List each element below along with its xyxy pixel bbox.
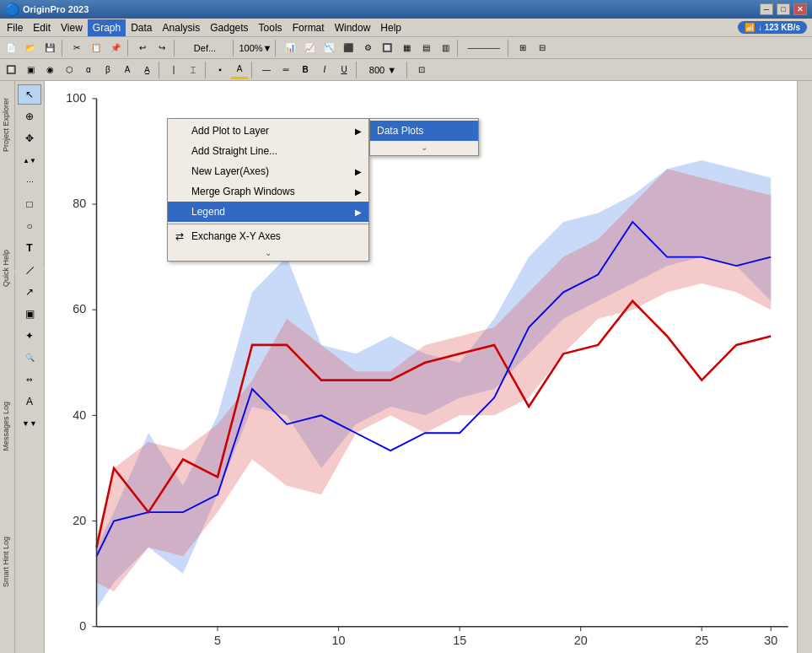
tb2-btn9[interactable]: | (164, 61, 183, 79)
menu-help[interactable]: Help (375, 19, 406, 36)
tb2-underline[interactable]: U (335, 61, 353, 79)
copy-button[interactable]: 📋 (87, 39, 105, 57)
sep5 (275, 40, 278, 57)
graph-btn2[interactable]: 📈 (300, 39, 319, 57)
tool-region[interactable]: ▣ (18, 304, 41, 324)
smart-hint-log-label: Smart Hint Log (2, 537, 10, 587)
tb2-btn5[interactable]: α (79, 61, 98, 79)
menu-item-legend[interactable]: Legend ▶ (168, 202, 368, 222)
tb2-size-field[interactable]: 800 ▼ (362, 61, 404, 79)
submenu-item-data-plots[interactable]: Data Plots (370, 121, 478, 141)
menu-data[interactable]: Data (126, 19, 157, 36)
menu-file[interactable]: File (2, 19, 28, 36)
tb2-italic[interactable]: I (315, 61, 334, 79)
y-label-20: 20 (73, 514, 86, 527)
add-straight-label: Add Straight Line... (191, 145, 277, 157)
fit-btn[interactable]: ────── (463, 39, 505, 57)
titlebar: 🔵 OriginPro 2023 ─ □ ✕ (0, 0, 812, 19)
menu-item-new-layer[interactable]: New Layer(Axes) ▶ (168, 161, 368, 181)
menu-format[interactable]: Format (288, 19, 330, 36)
menu-graph[interactable]: Graph (88, 19, 126, 36)
tool-graph-nav[interactable]: ⇔ (18, 370, 41, 390)
tb2-line1[interactable]: — (257, 61, 276, 79)
merge-label: Merge Graph Windows (191, 186, 295, 197)
network-speed-text: ↓ 123 KB/s (758, 23, 800, 32)
paste-button[interactable]: 📌 (106, 39, 125, 57)
menu-item-merge[interactable]: Merge Graph Windows ▶ (168, 181, 368, 202)
menu-window[interactable]: Window (330, 19, 376, 36)
right-scrollbar[interactable] (799, 81, 812, 653)
menu-gadgets[interactable]: Gadgets (205, 19, 253, 36)
app-title: OriginPro 2023 (23, 4, 89, 14)
graph-btn6[interactable]: 🔲 (378, 39, 396, 57)
tb2-btn1[interactable]: 🔲 (2, 61, 20, 79)
graph-btn4[interactable]: ⬛ (339, 39, 358, 57)
graph-btn8[interactable]: ▤ (417, 39, 435, 57)
x-label-15: 15 (453, 633, 466, 646)
graph-btn5[interactable]: ⚙ (358, 39, 377, 57)
network-speed-badge: 📶 ↓ 123 KB/s (738, 21, 807, 34)
exchange-label: Exchange X-Y Axes (191, 230, 281, 242)
menu-tools[interactable]: Tools (254, 19, 288, 36)
graph-btn9[interactable]: ▥ (436, 39, 454, 57)
app-icon: 🔵 (5, 3, 19, 16)
open-button[interactable]: 📂 (21, 39, 40, 57)
tool-arrow[interactable]: ↗ (18, 282, 41, 302)
graph-btn1[interactable]: 📊 (281, 39, 299, 57)
cut-button[interactable]: ✂ (67, 39, 86, 57)
menu-edit[interactable]: Edit (28, 19, 56, 36)
tb2-btn8[interactable]: A̲ (137, 61, 156, 79)
close-button[interactable]: ✕ (793, 3, 807, 15)
maximize-button[interactable]: □ (777, 3, 790, 15)
tool-pointer[interactable]: ↖ (18, 84, 41, 105)
legend-label: Legend (191, 206, 225, 218)
new-button[interactable]: 📄 (2, 39, 20, 57)
tb2-line2[interactable]: ═ (277, 61, 295, 79)
tool-picker[interactable]: ✦ (18, 326, 41, 346)
menu-item-add-straight[interactable]: Add Straight Line... (168, 141, 368, 161)
y-label-80: 80 (73, 197, 86, 210)
toolbar-1: 📄 📂 💾 ✂ 📋 📌 ↩ ↪ Def... 100%▼ 📊 📈 📉 ⬛ ⚙ 🔲… (0, 37, 812, 59)
tool-rect[interactable]: □ (18, 194, 41, 214)
titlebar-left: 🔵 OriginPro 2023 (5, 3, 89, 16)
minimize-button[interactable]: ─ (760, 3, 773, 15)
tool-add-text[interactable]: A (18, 391, 41, 412)
tool-zoom-in[interactable]: ⊕ (18, 106, 41, 127)
tb2-btn3[interactable]: ◉ (40, 61, 59, 79)
tb2-btn4[interactable]: ⬡ (60, 61, 78, 79)
tb2-btn10[interactable]: ⌶ (184, 61, 202, 79)
tb2-bold[interactable]: B (296, 61, 315, 79)
menu-sep1 (168, 224, 368, 224)
tb2-color[interactable]: A (230, 61, 249, 79)
save-button[interactable]: 💾 (40, 39, 59, 57)
tool-circle[interactable]: ○ (18, 216, 41, 236)
tb-extra1[interactable]: ⊞ (514, 39, 532, 57)
more-icon: ⌄ (265, 248, 272, 257)
tb-extra2[interactable]: ⊟ (533, 39, 551, 57)
tool-line[interactable]: — (14, 255, 46, 286)
tb2-btn7[interactable]: A (118, 61, 137, 79)
tb2-extra1[interactable]: ⊡ (412, 61, 431, 79)
tool-expand[interactable]: ▼▼ (18, 413, 41, 434)
graph-btn3[interactable]: 📉 (320, 39, 338, 57)
tool-draw-data[interactable]: ⋯ (18, 172, 41, 192)
graph-menu: Add Plot to Layer ▶ Add Straight Line...… (167, 118, 369, 262)
menu-analysis[interactable]: Analysis (158, 19, 206, 36)
font-size[interactable]: 100%▼ (239, 39, 272, 57)
graph-btn7[interactable]: ▦ (397, 39, 416, 57)
sep4 (233, 40, 236, 57)
tb2-btn2[interactable]: ▣ (21, 61, 40, 79)
undo-button[interactable]: ↩ (133, 39, 152, 57)
tool-zoom-box[interactable]: 🔍 (18, 348, 41, 368)
redo-button[interactable]: ↪ (153, 39, 171, 57)
project-explorer-label: Project Explorer (2, 98, 10, 152)
x-label-20: 20 (574, 633, 588, 646)
menu-item-add-plot[interactable]: Add Plot to Layer ▶ (168, 121, 368, 141)
font-label[interactable]: Def... (180, 39, 230, 57)
tb2-fill[interactable]: ▪ (211, 61, 229, 79)
menu-item-exchange[interactable]: ⇄ Exchange X-Y Axes (168, 226, 368, 246)
tool-scale-in[interactable]: ▲▼ (18, 150, 41, 170)
tool-pan[interactable]: ✥ (18, 128, 41, 148)
tb2-btn6[interactable]: β (99, 61, 117, 79)
menu-view[interactable]: View (56, 19, 88, 36)
